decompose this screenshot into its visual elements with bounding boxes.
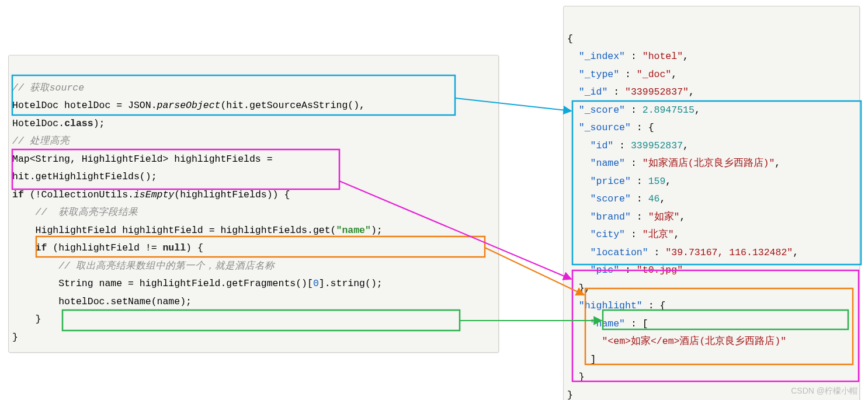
parse-object-line2: HotelDoc.class); (12, 118, 105, 129)
json-close-src: }, (579, 283, 591, 294)
json-sscore: "score" : 46, (591, 193, 666, 204)
json-loc: "location" : "39.73167, 116.132482", (591, 247, 799, 258)
json-close-all: } (567, 389, 573, 400)
watermark-text: CSDN @柠檬小帽 (791, 384, 857, 399)
json-brand: "brand" : "如家", (591, 211, 686, 222)
json-index: "_index" : "hotel", (579, 51, 689, 62)
json-hname: "name" : [ (591, 318, 648, 329)
json-city: "city" : "北京", (591, 229, 680, 240)
json-score: "_score" : 2.8947515, (579, 105, 700, 116)
brace-close-inner: } (36, 314, 41, 325)
json-pic: "pic" : "t0.jpg" (591, 265, 683, 276)
if-not-null: if (highlightField != null) { (36, 242, 203, 253)
highlight-fields-get: hit.getHighlightFields(); (12, 171, 157, 182)
comment-get-source: // 获取source (12, 82, 84, 93)
json-close-hl: } (579, 371, 585, 382)
json-response-panel: { "_index" : "hotel", "_type" : "_doc", … (563, 6, 860, 400)
json-price: "price" : 159, (591, 176, 672, 187)
java-code-panel: // 获取source HotelDoc hotelDoc = JSON.par… (8, 55, 499, 353)
json-hname-val: "<em>如家</em>酒店(北京良乡西路店)" (602, 336, 786, 347)
highlight-fields-decl: Map<String, HighlightField> highlightFie… (12, 154, 273, 165)
comment-first-fragment: // 取出高亮结果数组中的第一个，就是酒店名称 (58, 260, 275, 272)
json-name: "name" : "如家酒店(北京良乡西路店)", (591, 158, 781, 169)
comment-handle-highlight: // 处理高亮 (12, 135, 70, 147)
get-fragments: String name = highlightField.getFragment… (58, 278, 383, 289)
brace-close-outer: } (12, 332, 18, 343)
json-source: "_source" : { (579, 122, 654, 133)
json-close-arr: ] (591, 354, 596, 365)
get-name-field: HighlightField highlightField = highligh… (36, 225, 383, 236)
comment-get-field-result: // 获取高亮字段结果 (36, 207, 138, 218)
parse-object-line1: HotelDoc hotelDoc = JSON.parseObject(hit… (12, 100, 365, 111)
set-name: hotelDoc.setName(name); (58, 296, 192, 307)
json-type: "_type" : "_doc", (579, 69, 677, 80)
json-sid: "id" : 339952837, (591, 140, 689, 151)
json-highlight: "highlight" : { (579, 300, 666, 311)
json-id: "_id" : "339952837", (579, 86, 695, 98)
if-not-empty: if (!CollectionUtils.isEmpty(highlightFi… (12, 189, 290, 200)
json-open: { (567, 33, 573, 44)
